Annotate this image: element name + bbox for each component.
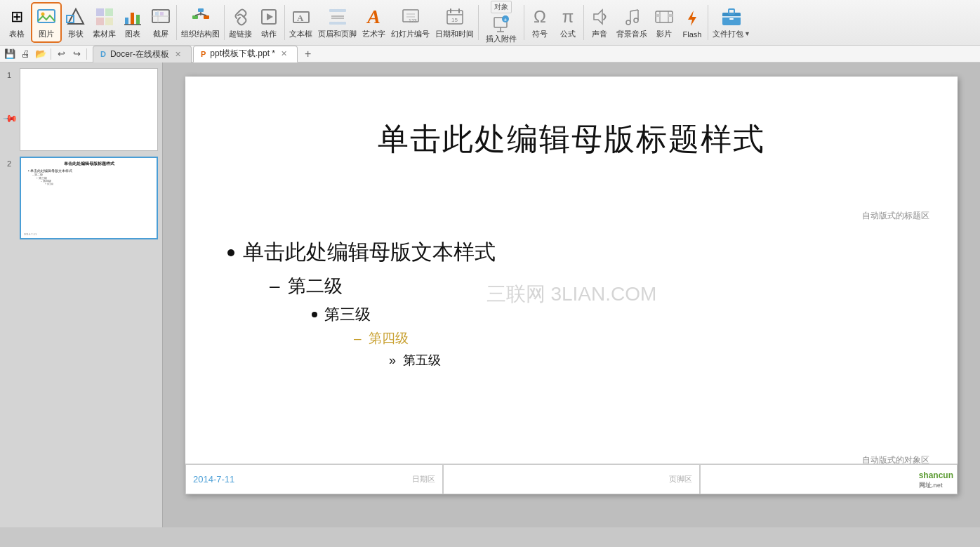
bullet-text-4: 第四级 xyxy=(369,329,409,348)
toolbar-headfoot[interactable]: 页眉和页脚 xyxy=(315,2,359,43)
undo-button[interactable]: ↩ xyxy=(54,47,68,61)
pin-icon[interactable]: 📌 xyxy=(2,110,18,126)
toolbar-artword-label: 艺术字 xyxy=(362,29,385,39)
toolbar-slidenum[interactable]: 123 幻灯片编号 xyxy=(388,2,432,43)
bullet-dot-3 xyxy=(312,312,317,317)
toolbar-symbol[interactable]: Ω 符号 xyxy=(526,2,554,43)
toolbar-formula[interactable]: π 公式 xyxy=(554,2,582,43)
toolbar-screenshot[interactable]: 截屏 xyxy=(147,2,175,43)
toolbar-datetime-label: 日期和时间 xyxy=(435,29,474,39)
toolbar-action-label: 动作 xyxy=(261,29,277,39)
toolbar-picture[interactable]: 图片 xyxy=(31,2,62,43)
svg-marker-2 xyxy=(68,9,84,24)
open-button[interactable]: 📂 xyxy=(34,47,48,61)
sep-qa xyxy=(51,48,51,60)
toolbar-artword[interactable]: A 艺术字 xyxy=(359,2,388,43)
slide-1-thumb[interactable] xyxy=(20,68,158,151)
svg-rect-17 xyxy=(198,8,204,12)
save-button[interactable]: 💾 xyxy=(3,47,17,61)
slide-thumbnail-2[interactable]: 2 单击此处编辑母版标题样式 • 单击此处编辑母版文本样式 – 第二级 • 第三… xyxy=(20,157,158,239)
toolbar-movie[interactable]: 影片 xyxy=(650,2,678,43)
tab-docer[interactable]: D Docer-在线模板 ✕ xyxy=(93,46,192,62)
toolbar-table[interactable]: ⊞ 表格 xyxy=(3,2,31,43)
toolbar-package[interactable]: 文件打包 ▼ xyxy=(710,2,753,43)
tab-ppt-close[interactable]: ✕ xyxy=(279,49,289,58)
toolbar-shape-label: 形状 xyxy=(68,29,84,39)
shancun-logo: shancun 网址.net xyxy=(919,470,953,490)
toolbar-package-label: 文件打包 xyxy=(713,29,743,39)
dash-4: – xyxy=(354,331,362,346)
slide-main-title: 单击此处编辑母版标题样式 xyxy=(227,119,915,160)
footer-page-section: 页脚区 xyxy=(443,464,701,494)
sound-icon xyxy=(588,6,611,28)
slidenum-icon: 123 xyxy=(399,6,422,28)
slide-2-bullet-5: » 第五级 xyxy=(45,183,152,185)
slide-title-area[interactable]: 单击此处编辑母版标题样式 xyxy=(227,119,915,160)
content-area: 单击此处编辑母版标题样式 自动版式的标题区 三联网 3LIAN.COM 单击此处… xyxy=(163,62,980,527)
toolbar-bgmusic-label: 背景音乐 xyxy=(616,29,647,39)
new-tab-button[interactable]: + xyxy=(299,46,317,62)
toolbar-hyperlink[interactable]: 超链接 xyxy=(226,2,255,43)
toolbar-formula-label: 公式 xyxy=(560,29,576,39)
symbol-icon: Ω xyxy=(529,6,551,28)
svg-text:15: 15 xyxy=(451,17,458,23)
svg-rect-8 xyxy=(125,18,128,25)
svg-marker-24 xyxy=(267,13,273,20)
toolbar-structure[interactable]: 组织结构图 xyxy=(178,2,223,43)
tab-ppt-icon: P xyxy=(201,50,206,58)
toolbar-material[interactable]: 素材库 xyxy=(90,2,119,43)
slide-thumbnail-1[interactable]: 1 xyxy=(20,68,158,151)
movie-icon xyxy=(653,6,675,28)
footer-page-label: 页脚区 xyxy=(669,474,692,485)
toolbar-bgmusic[interactable]: 背景音乐 xyxy=(614,2,650,43)
artword-icon: A xyxy=(363,6,385,28)
package-dropdown-arrow: ▼ xyxy=(744,30,750,37)
svg-text:A: A xyxy=(297,13,304,23)
toolbar-insertobj[interactable]: 对象 + 插入附件 xyxy=(480,2,522,43)
svg-rect-9 xyxy=(131,13,134,25)
footer-date-label: 日期区 xyxy=(412,474,435,485)
toolbar-action[interactable]: 动作 xyxy=(255,2,283,43)
slide-2-thumb[interactable]: 单击此处编辑母版标题样式 • 单击此处编辑母版文本样式 – 第二级 • 第三级 … xyxy=(20,157,158,239)
slide-number-1: 1 xyxy=(7,71,11,79)
package-icon xyxy=(720,6,743,28)
bullet-level3: 第三级 xyxy=(312,304,915,325)
toolbar-table-label: 表格 xyxy=(9,29,25,39)
svg-rect-6 xyxy=(96,18,104,25)
toolbar-sound-label: 声音 xyxy=(592,29,607,39)
auto-label-title: 自动版式的标题区 xyxy=(862,210,929,222)
svg-text:123: 123 xyxy=(409,18,417,23)
toolbar-textbox[interactable]: A 文本框 xyxy=(286,2,315,43)
toolbar-chart-label: 图表 xyxy=(125,29,140,39)
sep5 xyxy=(524,5,524,40)
svg-rect-19 xyxy=(204,15,209,19)
toolbar-flash[interactable]: Flash xyxy=(678,2,706,43)
svg-line-21 xyxy=(195,14,201,16)
sep6 xyxy=(583,5,584,40)
redo-button[interactable]: ↪ xyxy=(69,47,84,61)
svg-rect-15 xyxy=(155,12,159,15)
quick-access-toolbar: 💾 🖨 📂 ↩ ↪ D Docer-在线模板 ✕ P ppt模板下载.ppt *… xyxy=(0,46,980,62)
bullet-level5: » 第五级 xyxy=(389,352,915,369)
textbox-icon: A xyxy=(290,6,312,28)
tab-ppt[interactable]: P ppt模板下载.ppt * ✕ xyxy=(193,46,298,62)
print-button[interactable]: 🖨 xyxy=(18,47,32,61)
svg-rect-54 xyxy=(656,14,660,17)
insertobj-icon: + xyxy=(490,13,512,33)
toolbar-symbol-label: 符号 xyxy=(532,29,548,39)
toolbar-datetime[interactable]: 15 日期和时间 xyxy=(432,2,477,43)
toolbar-shape[interactable]: 形状 xyxy=(62,2,90,43)
tab-docer-close[interactable]: ✕ xyxy=(173,50,183,59)
bullet-text-1: 单击此处编辑母版文本样式 xyxy=(243,238,496,267)
toolbar-sound[interactable]: 声音 xyxy=(585,2,614,43)
slide-canvas[interactable]: 单击此处编辑母版标题样式 自动版式的标题区 三联网 3LIAN.COM 单击此处… xyxy=(185,77,958,494)
svg-rect-27 xyxy=(329,9,346,12)
slide-content-area[interactable]: 单击此处编辑母版文本样式 – 第二级 第三级 – 第四级 xyxy=(227,238,915,369)
toolbar-chart[interactable]: 图表 xyxy=(119,2,147,43)
tab-docer-icon: D xyxy=(100,50,106,58)
slide-2-date: 2014-7-11 xyxy=(24,232,37,236)
svg-point-47 xyxy=(634,18,638,22)
material-icon xyxy=(93,6,116,28)
screenshot-icon xyxy=(150,6,172,28)
svg-marker-56 xyxy=(688,11,696,26)
